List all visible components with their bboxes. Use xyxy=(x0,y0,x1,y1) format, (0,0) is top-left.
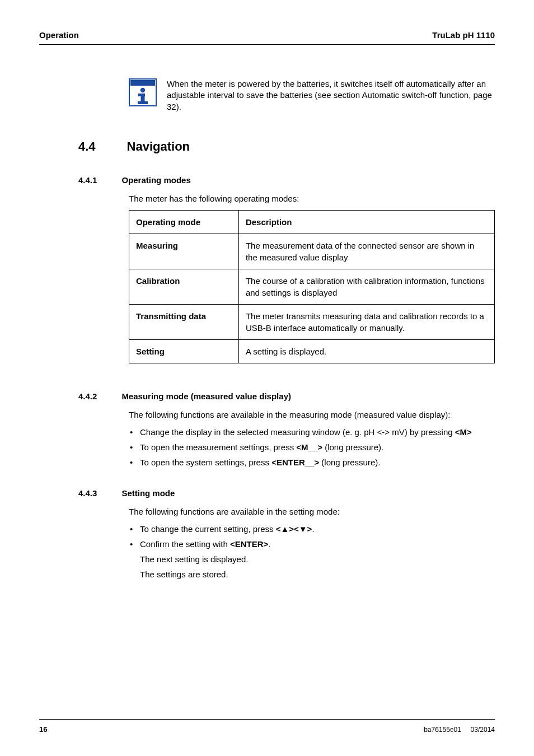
svg-point-2 xyxy=(140,88,145,92)
header-left: Operation xyxy=(39,30,79,40)
list-item: Confirm the setting with <ENTER>. xyxy=(129,538,495,550)
list-text: To open the system settings, press xyxy=(140,458,271,467)
svg-rect-4 xyxy=(141,94,145,102)
subsection-443-number: 4.4.3 xyxy=(78,488,97,498)
table-row: Setting A setting is displayed. xyxy=(129,339,495,363)
subsection-441-content: The meter has the following operating mo… xyxy=(129,193,495,363)
table-cell-desc: The meter transmits measuring data and c… xyxy=(238,304,494,339)
key-label: <ENTER> xyxy=(230,539,268,549)
list-text: To open the measurement settings, press xyxy=(140,442,296,452)
list-text-post: (long pressure). xyxy=(322,442,383,452)
info-note: When the meter is powered by the batteri… xyxy=(129,78,495,113)
list-item: To open the system settings, press <ENTE… xyxy=(129,456,495,468)
list-text: Confirm the setting with xyxy=(140,539,230,549)
table-cell-mode: Measuring xyxy=(129,234,239,269)
list-text-post: . xyxy=(268,539,270,549)
info-note-text: When the meter is powered by the batteri… xyxy=(167,78,495,113)
list-item: To open the measurement settings, press … xyxy=(129,441,495,453)
subsection-442-title: Measuring mode (measured value display) xyxy=(121,391,291,401)
svg-rect-5 xyxy=(138,101,148,104)
subsection-443-title: Setting mode xyxy=(121,488,175,498)
table-header-row: Operating mode Description xyxy=(129,210,495,234)
table-cell-desc: The course of a calibration with calibra… xyxy=(238,269,494,304)
list-item: To change the current setting, press <▲>… xyxy=(129,523,495,535)
table-row: Transmitting data The meter transmits me… xyxy=(129,304,495,339)
info-icon xyxy=(129,78,157,106)
subsection-443-content: The following functions are available in… xyxy=(129,506,495,580)
subsection-442-content: The following functions are available in… xyxy=(129,409,495,468)
table-header-desc: Description xyxy=(238,210,494,234)
section-number: 4.4 xyxy=(78,139,96,154)
subsection-441-intro: The meter has the following operating mo… xyxy=(129,193,495,204)
table-cell-mode: Transmitting data xyxy=(129,304,239,339)
table-row: Measuring The measurement data of the co… xyxy=(129,234,495,269)
subsection-443-list: To change the current setting, press <▲>… xyxy=(129,523,495,550)
svg-rect-1 xyxy=(130,80,155,86)
page-footer: 16 ba76155e01 03/2014 xyxy=(39,719,495,734)
subsection-441-number: 4.4.1 xyxy=(78,175,97,185)
subsection-442-list: Change the display in the selected measu… xyxy=(129,426,495,468)
key-label: <▲><▼> xyxy=(276,524,312,534)
table-cell-desc: A setting is displayed. xyxy=(238,339,494,363)
sub-line: The settings are stored. xyxy=(129,568,495,580)
sub-line: The next setting is displayed. xyxy=(129,553,495,565)
page-header: Operation TruLab pH 1110 xyxy=(39,30,495,44)
subsection-442-number: 4.4.2 xyxy=(78,391,97,401)
subsection-441-title: Operating modes xyxy=(121,175,190,185)
footer-date: 03/2014 xyxy=(471,726,495,734)
list-text-post: (long pressure). xyxy=(319,458,380,467)
section-title: Navigation xyxy=(127,139,190,154)
footer-meta: ba76155e01 03/2014 xyxy=(424,726,495,734)
list-text-post: . xyxy=(312,524,314,534)
footer-doc-id: ba76155e01 xyxy=(424,726,461,734)
table-header-mode: Operating mode xyxy=(129,210,239,234)
list-text: Change the display in the selected measu… xyxy=(140,427,455,437)
table-cell-mode: Calibration xyxy=(129,269,239,304)
subsection-441-heading: 4.4.1 Operating modes xyxy=(78,175,495,185)
list-item: Change the display in the selected measu… xyxy=(129,426,495,438)
table-row: Calibration The course of a calibration … xyxy=(129,269,495,304)
subsection-443-intro: The following functions are available in… xyxy=(129,506,495,517)
subsection-442-heading: 4.4.2 Measuring mode (measured value dis… xyxy=(78,391,495,401)
header-rule xyxy=(39,44,495,45)
header-right: TruLab pH 1110 xyxy=(432,30,495,40)
list-text: To change the current setting, press xyxy=(140,524,276,534)
table-cell-mode: Setting xyxy=(129,339,239,363)
subsection-442-intro: The following functions are available in… xyxy=(129,409,495,421)
section-heading: 4.4 Navigation xyxy=(78,139,495,154)
subsection-443-heading: 4.4.3 Setting mode xyxy=(78,488,495,498)
operating-modes-table: Operating mode Description Measuring The… xyxy=(129,210,495,363)
page-number: 16 xyxy=(39,725,47,734)
footer-rule xyxy=(39,719,495,720)
key-label: <M> xyxy=(455,427,472,437)
key-label: <M__> xyxy=(296,442,322,452)
table-cell-desc: The measurement data of the connected se… xyxy=(238,234,494,269)
key-label: <ENTER__> xyxy=(271,458,319,467)
